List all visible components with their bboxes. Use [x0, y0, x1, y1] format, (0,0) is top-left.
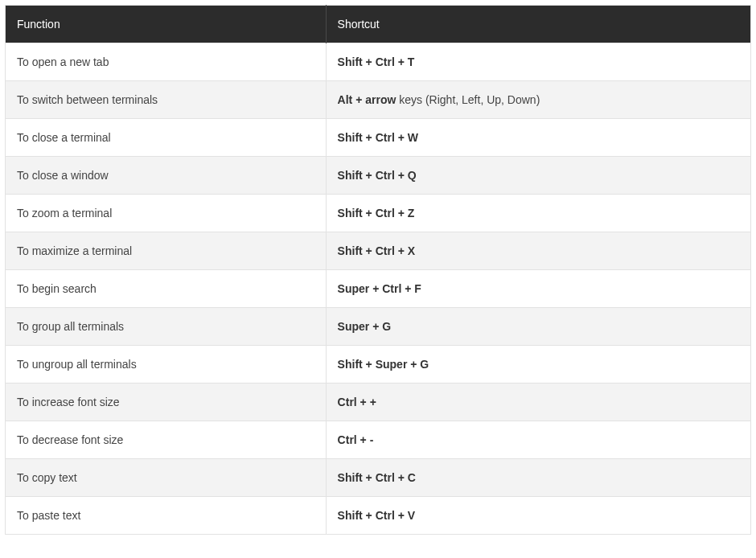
- cell-shortcut: Super + G: [326, 308, 750, 346]
- cell-function: To decrease font size: [6, 421, 327, 459]
- shortcut-keys: Shift + Ctrl + Q: [338, 169, 417, 182]
- cell-function: To maximize a terminal: [6, 232, 327, 270]
- cell-function: To group all terminals: [6, 308, 327, 346]
- shortcut-keys: Alt + arrow: [338, 93, 396, 106]
- shortcuts-table: Function Shortcut To open a new tabShift…: [5, 5, 751, 535]
- table-row: To paste textShift + Ctrl + V: [6, 497, 751, 535]
- cell-shortcut: Ctrl + +: [326, 384, 750, 421]
- table-row: To increase font sizeCtrl + +: [6, 384, 751, 421]
- cell-function: To open a new tab: [6, 43, 327, 81]
- shortcut-keys: Shift + Ctrl + X: [338, 244, 415, 257]
- cell-shortcut: Shift + Ctrl + X: [326, 232, 750, 270]
- table-row: To close a terminalShift + Ctrl + W: [6, 119, 751, 157]
- table-row: To open a new tabShift + Ctrl + T: [6, 43, 751, 81]
- table-row: To decrease font sizeCtrl + -: [6, 421, 751, 459]
- cell-shortcut: Shift + Ctrl + C: [326, 459, 750, 497]
- cell-function: To paste text: [6, 497, 327, 535]
- cell-function: To close a window: [6, 157, 327, 195]
- header-function: Function: [6, 6, 327, 43]
- shortcut-keys: Shift + Ctrl + T: [338, 55, 415, 68]
- shortcuts-table-container: Function Shortcut To open a new tabShift…: [0, 0, 756, 540]
- shortcut-description: keys (Right, Left, Up, Down): [396, 93, 540, 106]
- shortcut-keys: Super + G: [338, 320, 392, 333]
- cell-function: To close a terminal: [6, 119, 327, 157]
- shortcut-keys: Shift + Ctrl + Z: [338, 207, 415, 220]
- cell-shortcut: Ctrl + -: [326, 421, 750, 459]
- cell-function: To copy text: [6, 459, 327, 497]
- shortcut-keys: Shift + Super + G: [338, 358, 429, 371]
- cell-shortcut: Shift + Ctrl + W: [326, 119, 750, 157]
- header-shortcut: Shortcut: [326, 6, 750, 43]
- cell-shortcut: Shift + Ctrl + T: [326, 43, 750, 81]
- shortcut-keys: Shift + Ctrl + W: [338, 131, 418, 144]
- cell-function: To increase font size: [6, 384, 327, 421]
- table-row: To ungroup all terminalsShift + Super + …: [6, 346, 751, 384]
- cell-shortcut: Shift + Super + G: [326, 346, 750, 384]
- cell-shortcut: Alt + arrow keys (Right, Left, Up, Down): [326, 81, 750, 119]
- table-header: Function Shortcut: [6, 6, 751, 43]
- shortcut-keys: Ctrl + +: [338, 396, 376, 408]
- table-row: To switch between terminalsAlt + arrow k…: [6, 81, 751, 119]
- cell-function: To switch between terminals: [6, 81, 327, 119]
- shortcut-keys: Shift + Ctrl + V: [338, 509, 415, 522]
- table-row: To maximize a terminalShift + Ctrl + X: [6, 232, 751, 270]
- table-row: To begin searchSuper + Ctrl + F: [6, 270, 751, 308]
- table-row: To copy textShift + Ctrl + C: [6, 459, 751, 497]
- shortcut-keys: Super + Ctrl + F: [338, 282, 421, 295]
- shortcut-keys: Ctrl + -: [338, 433, 374, 446]
- table-row: To group all terminalsSuper + G: [6, 308, 751, 346]
- cell-shortcut: Shift + Ctrl + Q: [326, 157, 750, 195]
- cell-function: To begin search: [6, 270, 327, 308]
- cell-function: To zoom a terminal: [6, 195, 327, 232]
- table-body: To open a new tabShift + Ctrl + TTo swit…: [6, 43, 751, 535]
- cell-function: To ungroup all terminals: [6, 346, 327, 384]
- cell-shortcut: Super + Ctrl + F: [326, 270, 750, 308]
- cell-shortcut: Shift + Ctrl + Z: [326, 195, 750, 232]
- table-row: To close a windowShift + Ctrl + Q: [6, 157, 751, 195]
- table-row: To zoom a terminalShift + Ctrl + Z: [6, 195, 751, 232]
- shortcut-keys: Shift + Ctrl + C: [338, 471, 416, 484]
- cell-shortcut: Shift + Ctrl + V: [326, 497, 750, 535]
